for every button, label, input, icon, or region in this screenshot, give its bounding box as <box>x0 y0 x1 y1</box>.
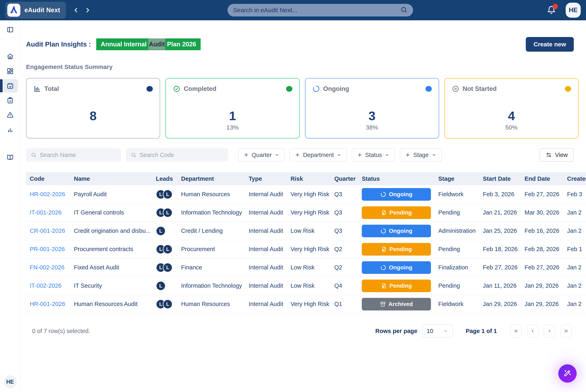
status-badge[interactable]: Ongoing <box>362 225 431 237</box>
sidebar-avatar[interactable]: HE <box>4 375 17 388</box>
quarter-cell: Q1 <box>334 301 362 308</box>
prev-page-button[interactable]: ‹ <box>527 324 538 338</box>
lead-avatar[interactable]: L <box>156 281 166 291</box>
status-badge[interactable]: Ongoing <box>362 261 431 274</box>
col-department[interactable]: Department <box>181 176 249 182</box>
table-row[interactable]: FN-002-2026Fixed Asset AuditLLFinanceInt… <box>26 258 586 277</box>
engagement-code-link[interactable]: HR-001-2026 <box>30 301 74 308</box>
engagement-code-link[interactable]: FN-002-2026 <box>30 264 74 271</box>
panel-toggle-icon[interactable] <box>0 20 20 39</box>
user-avatar[interactable]: HE <box>566 3 581 18</box>
sidebar-item-issues[interactable] <box>0 108 20 122</box>
lead-avatar[interactable]: L <box>163 299 173 309</box>
col-name[interactable]: Name <box>74 176 156 182</box>
table-row[interactable]: IT-002-2026IT SecurityLInformation Techn… <box>26 277 586 295</box>
lead-avatar[interactable]: L <box>163 208 173 218</box>
last-page-button[interactable]: » <box>560 324 572 338</box>
engagement-code-link[interactable]: HR-002-2026 <box>30 191 74 198</box>
col-leads[interactable]: Leads <box>156 176 181 182</box>
back-icon[interactable] <box>70 4 82 16</box>
card-total[interactable]: Total 8 <box>26 78 160 138</box>
start-date-cell: Jan 25, 2026 <box>483 228 524 234</box>
filter-status[interactable]: Status <box>352 148 395 162</box>
quarter-cell: Q2 <box>334 264 362 271</box>
next-page-button[interactable]: › <box>544 324 555 338</box>
ai-assistant-fab[interactable] <box>558 364 577 383</box>
card-ongoing[interactable]: Ongoing 3 38% <box>305 78 439 138</box>
sidebar-item-audit-plans[interactable] <box>0 78 20 93</box>
lead-avatar[interactable]: L <box>163 263 173 272</box>
create-new-button[interactable]: Create new <box>526 37 574 52</box>
sidebar-item-library[interactable] <box>0 150 20 165</box>
lead-avatar[interactable]: L <box>156 226 166 236</box>
quarter-cell: Q3 <box>334 228 362 234</box>
status-badge[interactable]: Ongoing <box>362 188 431 201</box>
filter-department[interactable]: Department <box>289 148 347 162</box>
filter-quarter[interactable]: Quarter <box>238 148 285 162</box>
first-page-button[interactable]: « <box>510 324 522 338</box>
col-risk[interactable]: Risk <box>290 176 334 182</box>
search-code-field[interactable] <box>126 148 228 162</box>
sidebar-item-home[interactable] <box>0 49 20 64</box>
col-status[interactable]: Status <box>362 176 438 182</box>
end-date-cell: Mar 30, 2026 <box>524 209 567 216</box>
app-logo-button[interactable]: eAudit Next <box>5 2 66 18</box>
type-cell: Internal Audit <box>249 264 290 271</box>
table-row[interactable]: IT-001-2026IT General controlsLLInformat… <box>26 204 586 222</box>
search-name-input[interactable] <box>40 152 116 158</box>
filter-label: Quarter <box>252 152 272 158</box>
engagement-code-link[interactable]: CR-001-2026 <box>30 228 74 234</box>
table-row[interactable]: PR-001-2026Procurement contractsLLProcur… <box>26 240 586 258</box>
lead-avatar[interactable]: L <box>163 244 173 254</box>
lead-avatar[interactable]: L <box>163 190 173 199</box>
search-icon <box>31 152 37 158</box>
sidebar-item-analytics[interactable] <box>0 122 20 137</box>
end-date-cell: Jan 29, 2026 <box>524 282 567 289</box>
card-completed[interactable]: Completed 1 13% <box>165 78 300 138</box>
alert-triangle-icon <box>7 112 14 119</box>
status-dot <box>147 86 153 92</box>
col-code[interactable]: Code <box>30 176 74 182</box>
global-search[interactable] <box>227 4 413 16</box>
status-badge[interactable]: Pending <box>362 280 431 292</box>
plus-icon <box>405 152 410 158</box>
plan-badge[interactable]: Annual Internal Audit Plan 2026 <box>96 38 201 50</box>
global-search-input[interactable] <box>233 7 400 14</box>
search-icon <box>131 152 136 158</box>
search-code-input[interactable] <box>140 152 223 158</box>
table-row[interactable]: HR-002-2026Payroll AuditLLHuman Resource… <box>26 185 586 204</box>
chevron-down-icon <box>432 152 436 157</box>
col-created[interactable]: Created <box>567 176 586 182</box>
rows-per-page-select[interactable]: 10 <box>422 324 453 338</box>
status-badge[interactable]: Pending <box>362 206 431 219</box>
col-quarter[interactable]: Quarter <box>334 176 362 182</box>
dashboard-icon <box>7 68 14 75</box>
status-badge[interactable]: Pending <box>362 243 431 256</box>
table-row[interactable]: CR-001-2026Credit origination and disbu.… <box>26 222 586 240</box>
view-button[interactable]: View <box>540 148 574 162</box>
leads-avatars: L <box>156 281 181 291</box>
table-row[interactable]: HR-001-2026Human Resources AuditLLHuman … <box>26 295 586 313</box>
sidebar-item-dashboard[interactable] <box>0 64 20 78</box>
engagement-code-link[interactable]: IT-001-2026 <box>30 209 74 216</box>
library-icon <box>7 154 14 161</box>
filter-stage[interactable]: Stage <box>400 148 442 162</box>
card-not-started[interactable]: Not Started 4 50% <box>444 78 578 138</box>
bar-chart-icon <box>33 85 41 93</box>
col-stage[interactable]: Stage <box>438 176 483 182</box>
engagement-code-link[interactable]: IT-002-2026 <box>30 282 74 289</box>
sidebar-item-tasks[interactable] <box>0 93 20 108</box>
engagement-code-link[interactable]: PR-001-2026 <box>30 246 74 252</box>
plus-icon <box>295 152 300 158</box>
forward-icon[interactable] <box>82 4 93 16</box>
col-type[interactable]: Type <box>249 176 290 182</box>
leads-avatars: L <box>156 226 181 236</box>
col-start-date[interactable]: Start Date <box>483 176 524 182</box>
status-badge[interactable]: Archived <box>362 298 431 310</box>
card-label: Completed <box>184 85 216 92</box>
end-date-cell: Feb 27, 2026 <box>524 264 567 271</box>
search-name-field[interactable] <box>26 148 121 162</box>
notifications-button[interactable] <box>547 6 556 15</box>
col-end-date[interactable]: End Date <box>524 176 567 182</box>
start-date-cell: Feb 18, 2026 <box>483 246 524 252</box>
